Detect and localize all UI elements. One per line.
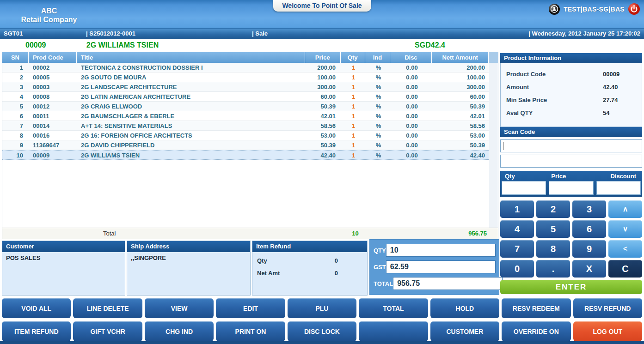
key-x[interactable]: X [572,260,606,278]
scan-code-secondary-input[interactable] [501,155,642,167]
item-refund-button[interactable]: ITEM REFUND [2,321,71,341]
pi-product-code-value: 00009 [603,68,642,81]
edit-button[interactable]: EDIT [216,298,285,318]
company-name-line2: Retail Company [12,15,86,24]
cell-code: 11369647 [29,140,77,150]
key-clear[interactable]: C [608,260,642,278]
table-row[interactable]: 700014A+T 14: SENSITIVE MATERIALS58.561%… [2,121,498,131]
cell-qty: 1 [341,111,366,121]
key-5[interactable]: 5 [536,220,570,238]
table-row[interactable]: 100002TECTONICA 2 CONSTRUCTION DOSSIER I… [2,63,498,72]
totals-gst-field[interactable] [386,260,496,273]
resv-refund-button[interactable]: RESV REFUND [573,298,642,318]
cell-price: 42.01 [306,111,341,121]
table-row[interactable]: 4000082G LATIN AMERICAN ARCHITECTURE60.0… [2,92,498,102]
power-icon[interactable] [628,3,640,15]
refund-netamt-label: Net Amt [257,270,280,277]
key-4[interactable]: 4 [500,220,534,238]
key-backspace[interactable]: < [608,240,642,258]
cell-code: 00003 [29,82,77,91]
table-scrollbar[interactable] [489,63,498,228]
chg-ind-button[interactable]: CHG IND [145,321,214,341]
resv-redeem-button[interactable]: RESV REDEEM [502,298,570,318]
cell-price: 58.56 [306,121,341,130]
cell-code: 00002 [29,63,77,72]
ship-address-panel: Ship Address ,,SINGPORE [127,241,251,296]
key-6[interactable]: 6 [572,220,606,238]
cell-code: 00008 [29,92,77,101]
disc-lock-button[interactable]: DISC LOCK [288,321,356,341]
total-nett-value: 956.75 [435,228,487,239]
table-row[interactable]: 9113696472G DAVID CHIPPERFIELD50.391%0.0… [2,140,498,150]
key-down[interactable]: ∨ [608,220,642,238]
key-2[interactable]: 2 [536,200,570,218]
key-3[interactable]: 3 [572,200,606,218]
sale-mode-label: | Sale [252,30,268,37]
override-on-button[interactable]: OVERRIDE ON [502,321,570,341]
cell-disc: 0.00 [391,140,433,150]
totals-qty-field[interactable] [386,244,496,257]
enter-button[interactable]: ENTER [500,280,642,294]
print-on-button[interactable]: PRINT ON [216,321,285,341]
view-button[interactable]: VIEW [145,298,214,318]
key-0[interactable]: 0 [500,260,534,278]
table-row[interactable]: 10000092G WILLIAMS TSIEN42.401%0.0042.40 [2,150,498,160]
current-item-code: 00009 [25,41,46,49]
logged-in-user-label: TEST|BAS-SG|BAS [564,6,625,13]
bottom-edge-strip [0,341,644,344]
cell-title: 2G SOUTO DE MOURA [77,72,306,82]
cell-sn: 8 [2,131,29,140]
hold-button[interactable]: HOLD [430,298,499,318]
table-row[interactable]: 6000112G BAUMSCHLAGER & EBERLE42.011%0.0… [2,111,498,121]
cell-sn: 6 [2,111,29,121]
key-dot[interactable]: . [536,260,570,278]
key-1[interactable]: 1 [500,200,534,218]
user-icon [548,3,560,15]
cell-price: 50.39 [306,102,341,111]
cell-ind: % [366,102,391,111]
table-row[interactable]: 5000122G CRAIG ELLWOOD50.391%0.0050.39 [2,102,498,111]
scan-code-input[interactable] [501,140,642,152]
table-row[interactable]: 8000162G 16: FOREIGN OFFICE ARCHITECTS53… [2,131,498,140]
item-refund-panel: Item Refund Qty 0 Net Amt 0 [252,241,368,296]
cell-title: 2G 16: FOREIGN OFFICE ARCHITECTS [77,131,306,140]
cell-qty: 1 [341,140,366,150]
table-header-row: SN Prod Code Title Price Qty Ind Disc Ne… [2,52,498,63]
qty-input[interactable] [502,181,546,195]
column-header-ind: Ind [365,52,391,63]
table-body: 100002TECTONICA 2 CONSTRUCTION DOSSIER I… [2,63,498,228]
totals-total-field[interactable] [393,277,503,290]
table-row[interactable]: 3000032G LANDSCAPE ARCHITECTURE300.001%0… [2,82,498,92]
cell-qty: 1 [341,102,366,111]
key-up[interactable]: ∧ [608,200,642,218]
total-button[interactable]: TOTAL [359,298,428,318]
cell-qty: 1 [341,151,366,159]
item-refund-panel-title: Item Refund [252,241,367,252]
discount-input[interactable] [596,181,641,195]
cell-ind: % [366,151,391,159]
cell-disc: 0.00 [391,121,433,130]
cell-ind: % [366,140,391,150]
column-header-sn: SN [2,52,29,63]
cell-qty: 1 [341,72,366,82]
product-info-row: Min Sale Price 27.74 [501,94,642,107]
gift-vchr-button[interactable]: GIFT VCHR [73,321,142,341]
items-table: SN Prod Code Title Price Qty Ind Disc Ne… [2,52,498,239]
cell-nett: 300.00 [433,82,490,91]
price-input[interactable] [549,181,593,195]
key-8[interactable]: 8 [536,240,570,258]
customer-button[interactable]: CUSTOMER [430,321,499,341]
cell-code: 00009 [29,151,77,159]
void-all-button[interactable]: VOID ALL [2,298,71,318]
line-delete-button[interactable]: LINE DELETE [73,298,142,318]
plu-button[interactable]: PLU [288,298,356,318]
key-7[interactable]: 7 [500,240,534,258]
table-row[interactable]: 2000052G SOUTO DE MOURA100.001%0.00100.0… [2,72,498,82]
cell-nett: 42.40 [433,151,490,159]
terminal-id: SGT01 [4,30,23,37]
cell-disc: 0.00 [391,63,433,72]
totals-gst-label: GST [374,264,386,271]
blank-button[interactable] [359,321,428,341]
key-9[interactable]: 9 [572,240,606,258]
log-out-button[interactable]: LOG OUT [573,321,642,341]
